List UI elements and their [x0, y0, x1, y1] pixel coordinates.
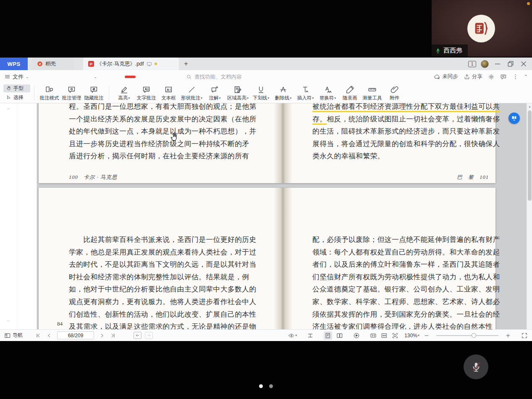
page-right-text: 配，必须予以废除；但这一点绝不能延伸到普遍的私有财产领域：每个人都有权处置自己的…: [312, 234, 500, 329]
quick-button[interactable]: [68, 73, 75, 80]
page-footer-left: 100 卡尔 · 马克思: [69, 174, 117, 181]
collapse-ribbon-icon[interactable]: ⌃: [524, 74, 528, 79]
toolbar-button[interactable]: 批注模式: [38, 85, 60, 101]
quick-button[interactable]: [57, 73, 64, 80]
scroll-up-icon[interactable]: ▲: [528, 105, 531, 108]
zoom-slider[interactable]: [436, 335, 498, 336]
participant-video[interactable]: 西西弗: [432, 0, 532, 57]
tab-document[interactable]: P 《卡尔·马克思》.pdf: [83, 58, 179, 70]
single-page-button[interactable]: [324, 331, 332, 340]
settings-gear-icon[interactable]: [488, 74, 495, 80]
book-spread-top: 程。圣西门是一位思想家，有着大胆而独创的观点；是他第一个提出经济关系的发展是历史…: [39, 103, 495, 183]
navigation-toggle[interactable]: 导航: [4, 332, 23, 339]
last-page-icon[interactable]: [110, 333, 116, 339]
toolbar-button[interactable]: 批注管理: [60, 85, 83, 101]
first-page-icon[interactable]: [35, 333, 41, 339]
scrollbar-thumb[interactable]: [528, 110, 532, 201]
double-page-icon[interactable]: [336, 332, 343, 339]
toolbar-button[interactable]: 随意画: [339, 85, 361, 101]
zoom-slider-thumb[interactable]: [472, 333, 476, 338]
back-view-button[interactable]: [134, 332, 142, 339]
search-box[interactable]: [186, 74, 257, 80]
carousel-dot-active[interactable]: [259, 384, 263, 388]
menu-tab[interactable]: [137, 76, 147, 78]
toolbar-button[interactable]: 文本框: [157, 85, 180, 101]
side-rail: [0, 103, 17, 329]
floating-tool-button[interactable]: [508, 113, 520, 124]
seal-stamp-icon: [472, 19, 491, 38]
restore-button[interactable]: [506, 60, 515, 68]
window-count-badge[interactable]: 1: [468, 61, 476, 67]
forward-view-button[interactable]: [145, 332, 153, 339]
tab-docer[interactable]: 稻壳: [32, 58, 74, 70]
fit-layout-icon[interactable]: [307, 332, 314, 339]
quick-button[interactable]: [79, 73, 86, 80]
carousel-dot[interactable]: [269, 384, 273, 388]
toolbar-button[interactable]: 测量工具: [361, 85, 383, 101]
toolbar-button[interactable]: 文字批注: [135, 85, 157, 101]
fullscreen-icon[interactable]: [521, 332, 528, 339]
toolbar-button[interactable]: 区域高亮▾: [226, 85, 250, 101]
scrollbar[interactable]: ▲: [527, 103, 532, 329]
share-button[interactable]: 分享: [464, 73, 482, 80]
sync-status[interactable]: 未同步: [434, 73, 458, 80]
toolbar-button[interactable]: 替换符▾: [317, 85, 339, 101]
toolbar-button[interactable]: 高亮▾: [113, 85, 135, 101]
toolbar-button[interactable]: 隐藏批注: [83, 85, 105, 101]
account-avatar[interactable]: [481, 60, 489, 68]
quick-access-chevron-icon[interactable]: ⌄: [94, 75, 97, 79]
prev-page-icon[interactable]: [46, 333, 52, 339]
wps-logo[interactable]: WPS: [0, 58, 28, 70]
quick-button[interactable]: [34, 73, 41, 80]
actual-size-icon[interactable]: [370, 332, 377, 339]
panel-rail-icon[interactable]: [23, 126, 31, 135]
menu-tab[interactable]: [159, 76, 168, 78]
panel-rail-icon[interactable]: [23, 140, 31, 149]
menu-tab[interactable]: [114, 76, 123, 78]
file-menu[interactable]: 文件 ⌄: [4, 73, 29, 81]
toolbar-button[interactable]: 附件: [383, 85, 406, 101]
feedback-icon[interactable]: [500, 74, 507, 80]
drag-handle-icon[interactable]: [5, 107, 12, 111]
panel-rail-icon[interactable]: [23, 168, 31, 176]
hand-tool-button[interactable]: 手型: [3, 84, 30, 92]
rail-icon[interactable]: [4, 120, 13, 129]
more-vertical-icon[interactable]: [512, 74, 519, 80]
search-input[interactable]: [194, 74, 257, 80]
panel-rail-icon[interactable]: [23, 113, 31, 121]
quick-button[interactable]: [45, 73, 52, 80]
toolbar-button[interactable]: 注解▾: [204, 85, 226, 101]
minimize-button[interactable]: [493, 60, 502, 68]
menu-tab[interactable]: [103, 76, 112, 78]
select-tool-button[interactable]: 选择: [3, 94, 30, 102]
toolbar-button-icon: [323, 85, 332, 94]
new-tab-button[interactable]: +: [179, 58, 193, 70]
menu-tab[interactable]: [148, 76, 157, 78]
fit-width-icon[interactable]: [381, 332, 388, 339]
next-page-icon[interactable]: [99, 333, 105, 339]
menu-tabs: [103, 76, 179, 78]
menu-tab[interactable]: [125, 76, 136, 78]
rail-icon[interactable]: [4, 135, 13, 144]
zoom-out-icon[interactable]: [424, 333, 430, 339]
mute-toggle-button[interactable]: [464, 354, 488, 379]
toolbar-button[interactable]: 下划线▾: [250, 85, 272, 101]
more-tools-icon[interactable]: [3, 319, 13, 323]
toolbar-button[interactable]: 形状批注▾: [180, 85, 204, 101]
fit-page-icon[interactable]: [392, 332, 398, 339]
toolbar-button[interactable]: 插入符▾: [294, 85, 317, 101]
toolbar-button-icon: [45, 85, 54, 94]
zoom-level[interactable]: 130% ▾: [403, 333, 419, 339]
panel-rail-icon[interactable]: [23, 154, 31, 163]
eye-protect-button[interactable]: ▾: [288, 332, 297, 339]
toolbar-button[interactable]: 删除线▾: [272, 85, 294, 101]
toolbar-divider: [109, 86, 109, 100]
page-indicator-input[interactable]: [57, 331, 94, 339]
eye-protect-icon: [288, 332, 295, 339]
chevron-down-icon: ⌄: [26, 75, 29, 79]
play-mode-icon[interactable]: [353, 332, 360, 339]
zoom-in-icon[interactable]: [505, 333, 511, 339]
close-button[interactable]: [519, 60, 528, 68]
document-viewport[interactable]: 程。圣西门是一位思想家，有着大胆而独创的观点；是他第一个提出经济关系的发展是历史…: [37, 103, 527, 329]
menu-tab[interactable]: [170, 76, 179, 78]
